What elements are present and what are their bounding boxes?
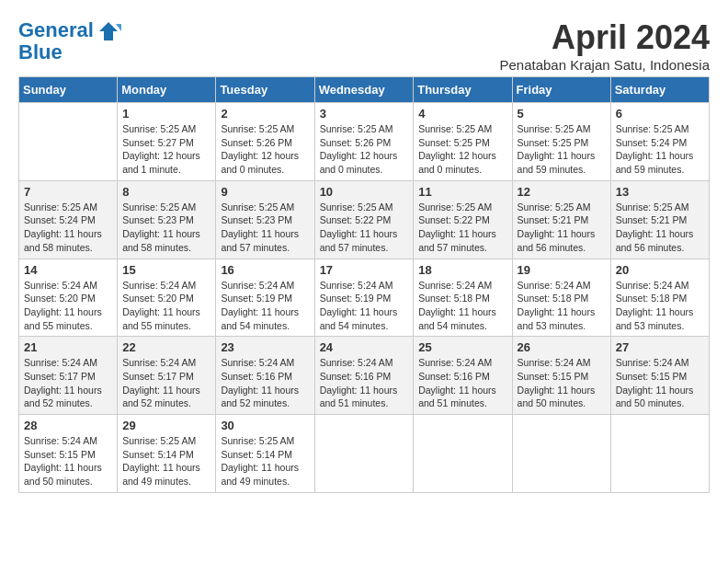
calendar-cell: 21Sunrise: 5:24 AMSunset: 5:17 PMDayligh… bbox=[19, 337, 118, 415]
calendar-cell: 14Sunrise: 5:24 AMSunset: 5:20 PMDayligh… bbox=[19, 259, 118, 337]
day-number: 17 bbox=[320, 263, 409, 277]
calendar-cell: 26Sunrise: 5:24 AMSunset: 5:15 PMDayligh… bbox=[512, 337, 610, 415]
calendar-week-row: 21Sunrise: 5:24 AMSunset: 5:17 PMDayligh… bbox=[19, 337, 710, 415]
calendar-cell: 30Sunrise: 5:25 AMSunset: 5:14 PMDayligh… bbox=[216, 415, 314, 493]
month-title: April 2024 bbox=[499, 18, 710, 57]
day-number: 4 bbox=[418, 107, 506, 121]
calendar-cell: 15Sunrise: 5:24 AMSunset: 5:20 PMDayligh… bbox=[118, 259, 216, 337]
day-info: Sunrise: 5:25 AMSunset: 5:26 PMDaylight:… bbox=[221, 122, 309, 177]
day-info: Sunrise: 5:25 AMSunset: 5:24 PMDaylight:… bbox=[24, 201, 112, 255]
calendar-cell: 6Sunrise: 5:25 AMSunset: 5:24 PMDaylight… bbox=[610, 103, 709, 181]
day-number: 25 bbox=[418, 340, 506, 354]
day-number: 23 bbox=[221, 340, 309, 354]
day-info: Sunrise: 5:24 AMSunset: 5:16 PMDaylight:… bbox=[221, 356, 309, 410]
day-info: Sunrise: 5:24 AMSunset: 5:19 PMDaylight:… bbox=[221, 279, 309, 333]
day-info: Sunrise: 5:25 AMSunset: 5:25 PMDaylight:… bbox=[418, 122, 506, 177]
day-info: Sunrise: 5:24 AMSunset: 5:19 PMDaylight:… bbox=[320, 279, 409, 333]
calendar-cell: 24Sunrise: 5:24 AMSunset: 5:16 PMDayligh… bbox=[314, 337, 414, 415]
calendar-cell: 16Sunrise: 5:24 AMSunset: 5:19 PMDayligh… bbox=[216, 259, 314, 337]
calendar-cell: 20Sunrise: 5:24 AMSunset: 5:18 PMDayligh… bbox=[610, 259, 709, 337]
day-info: Sunrise: 5:24 AMSunset: 5:15 PMDaylight:… bbox=[518, 356, 606, 410]
calendar-cell: 17Sunrise: 5:24 AMSunset: 5:19 PMDayligh… bbox=[314, 259, 414, 337]
calendar-cell: 9Sunrise: 5:25 AMSunset: 5:23 PMDaylight… bbox=[216, 180, 314, 259]
day-number: 19 bbox=[518, 263, 606, 277]
day-info: Sunrise: 5:25 AMSunset: 5:14 PMDaylight:… bbox=[221, 434, 309, 488]
day-number: 5 bbox=[518, 107, 606, 121]
calendar-cell: 28Sunrise: 5:24 AMSunset: 5:15 PMDayligh… bbox=[19, 415, 118, 493]
calendar-cell: 3Sunrise: 5:25 AMSunset: 5:26 PMDaylight… bbox=[314, 103, 414, 181]
day-of-week-header: Wednesday bbox=[314, 77, 414, 103]
day-of-week-header: Monday bbox=[118, 77, 216, 103]
logo: General Blue bbox=[18, 18, 123, 64]
calendar-cell: 25Sunrise: 5:24 AMSunset: 5:16 PMDayligh… bbox=[414, 337, 512, 415]
day-number: 20 bbox=[616, 263, 704, 277]
calendar-cell: 13Sunrise: 5:25 AMSunset: 5:21 PMDayligh… bbox=[610, 180, 709, 259]
calendar-week-row: 14Sunrise: 5:24 AMSunset: 5:20 PMDayligh… bbox=[19, 259, 710, 337]
svg-marker-0 bbox=[99, 22, 118, 40]
calendar-week-row: 1Sunrise: 5:25 AMSunset: 5:27 PMDaylight… bbox=[19, 103, 710, 181]
day-number: 13 bbox=[616, 185, 704, 199]
calendar-cell bbox=[414, 415, 512, 493]
calendar-cell: 5Sunrise: 5:25 AMSunset: 5:25 PMDaylight… bbox=[512, 103, 610, 181]
day-info: Sunrise: 5:24 AMSunset: 5:17 PMDaylight:… bbox=[24, 356, 112, 410]
day-number: 28 bbox=[24, 419, 112, 432]
day-info: Sunrise: 5:24 AMSunset: 5:18 PMDaylight:… bbox=[418, 279, 506, 333]
day-number: 3 bbox=[320, 107, 409, 121]
calendar-cell bbox=[19, 103, 118, 181]
calendar-cell: 23Sunrise: 5:24 AMSunset: 5:16 PMDayligh… bbox=[216, 337, 314, 415]
page-header: General Blue April 2024 Penataban Krajan… bbox=[18, 18, 710, 73]
day-info: Sunrise: 5:25 AMSunset: 5:24 PMDaylight:… bbox=[616, 122, 704, 177]
calendar-cell: 22Sunrise: 5:24 AMSunset: 5:17 PMDayligh… bbox=[118, 337, 216, 415]
day-info: Sunrise: 5:24 AMSunset: 5:16 PMDaylight:… bbox=[418, 356, 506, 410]
day-number: 8 bbox=[122, 185, 210, 199]
calendar-week-row: 28Sunrise: 5:24 AMSunset: 5:15 PMDayligh… bbox=[19, 415, 710, 493]
calendar-cell: 7Sunrise: 5:25 AMSunset: 5:24 PMDaylight… bbox=[19, 180, 118, 259]
day-info: Sunrise: 5:24 AMSunset: 5:17 PMDaylight:… bbox=[122, 356, 210, 410]
day-number: 10 bbox=[320, 185, 409, 199]
calendar-cell: 10Sunrise: 5:25 AMSunset: 5:22 PMDayligh… bbox=[314, 180, 414, 259]
calendar-cell: 19Sunrise: 5:24 AMSunset: 5:18 PMDayligh… bbox=[512, 259, 610, 337]
day-info: Sunrise: 5:25 AMSunset: 5:21 PMDaylight:… bbox=[616, 201, 704, 255]
day-of-week-header: Friday bbox=[512, 77, 610, 103]
day-info: Sunrise: 5:25 AMSunset: 5:23 PMDaylight:… bbox=[122, 201, 210, 255]
day-number: 24 bbox=[320, 340, 409, 354]
calendar-cell: 18Sunrise: 5:24 AMSunset: 5:18 PMDayligh… bbox=[414, 259, 512, 337]
day-number: 27 bbox=[616, 340, 704, 354]
day-number: 15 bbox=[122, 263, 210, 277]
day-info: Sunrise: 5:25 AMSunset: 5:14 PMDaylight:… bbox=[122, 434, 210, 488]
day-of-week-header: Saturday bbox=[610, 77, 709, 103]
day-number: 30 bbox=[221, 419, 309, 432]
day-of-week-header: Tuesday bbox=[216, 77, 314, 103]
title-block: April 2024 Penataban Krajan Satu, Indone… bbox=[499, 18, 710, 73]
day-number: 7 bbox=[24, 185, 112, 199]
day-number: 18 bbox=[418, 263, 506, 277]
day-of-week-header: Thursday bbox=[414, 77, 512, 103]
calendar-week-row: 7Sunrise: 5:25 AMSunset: 5:24 PMDaylight… bbox=[19, 180, 710, 259]
day-number: 11 bbox=[418, 185, 506, 199]
day-info: Sunrise: 5:25 AMSunset: 5:21 PMDaylight:… bbox=[518, 201, 606, 255]
day-info: Sunrise: 5:24 AMSunset: 5:15 PMDaylight:… bbox=[24, 434, 112, 488]
day-number: 29 bbox=[122, 419, 210, 432]
calendar-cell: 29Sunrise: 5:25 AMSunset: 5:14 PMDayligh… bbox=[118, 415, 216, 493]
day-number: 16 bbox=[221, 263, 309, 277]
day-number: 21 bbox=[24, 340, 112, 354]
day-number: 1 bbox=[122, 107, 210, 121]
day-info: Sunrise: 5:25 AMSunset: 5:22 PMDaylight:… bbox=[418, 201, 506, 255]
day-of-week-header: Sunday bbox=[19, 77, 118, 103]
calendar-cell bbox=[610, 415, 709, 493]
logo-icon bbox=[96, 18, 121, 44]
day-number: 9 bbox=[221, 185, 309, 199]
calendar-cell: 2Sunrise: 5:25 AMSunset: 5:26 PMDaylight… bbox=[216, 103, 314, 181]
day-number: 2 bbox=[221, 107, 309, 121]
day-info: Sunrise: 5:25 AMSunset: 5:22 PMDaylight:… bbox=[320, 201, 409, 255]
day-info: Sunrise: 5:24 AMSunset: 5:20 PMDaylight:… bbox=[122, 279, 210, 333]
day-info: Sunrise: 5:24 AMSunset: 5:18 PMDaylight:… bbox=[616, 279, 704, 333]
day-info: Sunrise: 5:24 AMSunset: 5:20 PMDaylight:… bbox=[24, 279, 112, 333]
calendar-cell: 4Sunrise: 5:25 AMSunset: 5:25 PMDaylight… bbox=[414, 103, 512, 181]
calendar-header-row: SundayMondayTuesdayWednesdayThursdayFrid… bbox=[19, 77, 710, 103]
day-number: 14 bbox=[24, 263, 112, 277]
location-subtitle: Penataban Krajan Satu, Indonesia bbox=[499, 57, 710, 73]
calendar-cell: 11Sunrise: 5:25 AMSunset: 5:22 PMDayligh… bbox=[414, 180, 512, 259]
day-info: Sunrise: 5:24 AMSunset: 5:18 PMDaylight:… bbox=[518, 279, 606, 333]
calendar-cell bbox=[512, 415, 610, 493]
